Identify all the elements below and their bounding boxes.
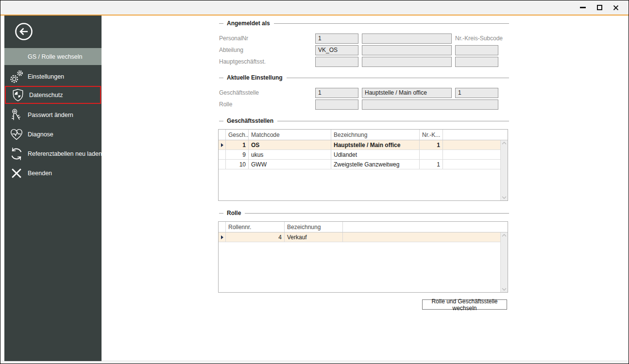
gears-icon [7, 68, 26, 85]
label-geschaeftsstelle: Geschäftsstelle [219, 89, 259, 96]
section-title: Angemeldet als [227, 20, 270, 27]
column-header-nrk[interactable]: Nr.-K... [420, 130, 443, 140]
row-selected-indicator [219, 232, 226, 242]
table-row[interactable]: 4 Verkauf [219, 232, 508, 242]
field-hauptgeschaeftsst[interactable] [315, 57, 358, 67]
field-personalnr[interactable]: 1 [315, 33, 358, 44]
sidebar-item-label: Passwort ändern [28, 112, 73, 118]
x-icon [7, 165, 26, 182]
minimize-button[interactable] [575, 2, 591, 14]
refresh-icon [7, 146, 26, 162]
sidebar-item-label: Datenschutz [29, 92, 63, 99]
shield-icon [9, 87, 27, 103]
vertical-scrollbar[interactable] [500, 140, 508, 200]
section-title: Rolle [227, 210, 241, 216]
field-personalnr-name[interactable] [362, 33, 452, 44]
header-indicator [219, 130, 226, 140]
field-hauptgeschaeftsst-name[interactable] [362, 57, 452, 67]
section-heading-rolle: Rolle [219, 210, 509, 216]
title-bar [1, 0, 628, 15]
cell-gesch-nr: 10 [226, 160, 249, 169]
sidebar-item-label: GS / Rolle wechseln [28, 53, 83, 60]
rolle-table: Rollennr. Bezeichnung 4 Verkauf [218, 221, 508, 293]
label-rolle: Rolle [219, 101, 232, 108]
scroll-down-icon [502, 288, 507, 291]
cell-empty [343, 232, 508, 242]
close-button[interactable] [608, 2, 624, 14]
close-icon [613, 5, 619, 11]
table-header-row: Gesch... Matchcode Bezeichnung Nr.-K... [219, 130, 508, 140]
column-header-gesch[interactable]: Gesch... [226, 130, 249, 140]
cell-nrk: 1 [420, 140, 443, 149]
table-row[interactable]: 9 ukus Udlandet [219, 150, 508, 160]
back-arrow-icon [14, 22, 34, 41]
column-header-rollennr[interactable]: Rollennr. [226, 222, 285, 232]
geschaeftsstellen-table: Gesch... Matchcode Bezeichnung Nr.-K... … [218, 129, 508, 201]
table-header-row: Rollennr. Bezeichnung [219, 222, 508, 232]
field-rolle-nr[interactable] [315, 99, 358, 110]
maximize-button[interactable] [591, 2, 608, 14]
cell-matchcode: ukus [249, 150, 331, 159]
column-header-empty [443, 130, 508, 140]
cell-empty [443, 160, 508, 169]
heading-dash [219, 78, 223, 78]
scroll-up-icon [502, 234, 507, 237]
sidebar-item-einstellungen[interactable]: Einstellungen [4, 68, 102, 85]
blank-icon [7, 49, 26, 65]
sidebar-item-label: Beenden [28, 170, 52, 177]
row-indicator [219, 150, 226, 159]
column-header-matchcode[interactable]: Matchcode [249, 130, 331, 140]
label-hauptgeschaeftsst: Hauptgeschäftsst. [219, 58, 266, 65]
table-row[interactable]: 1 OS Hauptstelle / Main office 1 [219, 140, 508, 150]
cell-matchcode: GWW [249, 160, 331, 169]
cell-empty [443, 140, 508, 149]
section-title: Geschäftsstellen [227, 117, 273, 124]
heart-pulse-icon [7, 126, 26, 143]
cell-empty [443, 150, 508, 159]
sidebar-item-gs-rolle-wechseln[interactable]: GS / Rolle wechseln [4, 48, 102, 65]
field-geschaeftsstelle-subcode[interactable]: 1 [455, 88, 498, 98]
field-rolle-name[interactable] [362, 99, 498, 110]
field-abteilung[interactable]: VK_OS [315, 45, 358, 55]
sidebar-item-passwort-aendern[interactable]: Passwort ändern [4, 106, 102, 124]
minimize-icon [580, 7, 586, 8]
section-heading-geschaeftsstellen: Geschäftsstellen [219, 117, 509, 124]
sidebar-item-referenztabellen[interactable]: Referenztabellen neu laden [4, 145, 102, 163]
heading-rule [277, 121, 509, 121]
field-abteilung-subcode[interactable] [455, 45, 498, 55]
table-row[interactable]: 10 GWW Zweigstelle Ganzweitweg 1 [219, 160, 508, 169]
heading-dash [219, 213, 223, 214]
sidebar-item-label: Einstellungen [28, 73, 64, 80]
sidebar: GS / Rolle wechseln Einstellungen [4, 16, 102, 361]
cell-bezeichnung: Verkauf [285, 232, 343, 242]
heading-rule [274, 23, 509, 24]
column-header-empty [343, 222, 508, 232]
sidebar-item-datenschutz[interactable]: Datenschutz [5, 86, 101, 104]
cell-gesch-nr: 1 [226, 140, 249, 149]
label-abteilung: Abteilung [219, 47, 243, 53]
vertical-scrollbar[interactable] [500, 232, 508, 292]
sidebar-item-diagnose[interactable]: Diagnose [4, 125, 102, 143]
sidebar-item-label: Referenztabellen neu laden [28, 150, 102, 157]
header-indicator [219, 222, 226, 232]
back-button[interactable] [14, 22, 34, 41]
column-header-bezeichnung[interactable]: Bezeichnung [331, 130, 420, 140]
rolle-wechseln-button[interactable]: Rolle und Geschäftsstelle wechseln [422, 299, 507, 310]
field-hauptgeschaeftsst-subcode[interactable] [455, 57, 498, 67]
column-header-bezeichnung[interactable]: Bezeichnung [285, 222, 343, 232]
row-arrow-icon [221, 235, 223, 239]
cell-rollennr: 4 [226, 232, 285, 242]
scroll-up-icon [502, 142, 507, 145]
sidebar-item-label: Diagnose [28, 131, 53, 138]
sidebar-item-beenden[interactable]: Beenden [4, 164, 102, 182]
label-personalnr: PersonalNr [219, 35, 248, 42]
cell-nrk [420, 150, 443, 159]
row-selected-indicator [219, 140, 226, 149]
field-geschaeftsstelle-name[interactable]: Hauptstelle / Main office [362, 88, 452, 98]
label-nr-kreis-subcode: Nr.-Kreis-Subcode [455, 35, 503, 42]
field-geschaeftsstelle-nr[interactable]: 1 [315, 88, 358, 98]
cell-bezeichnung: Udlandet [331, 150, 420, 159]
field-abteilung-name[interactable] [362, 45, 452, 55]
heading-rule [287, 78, 509, 78]
cell-matchcode: OS [249, 140, 331, 149]
